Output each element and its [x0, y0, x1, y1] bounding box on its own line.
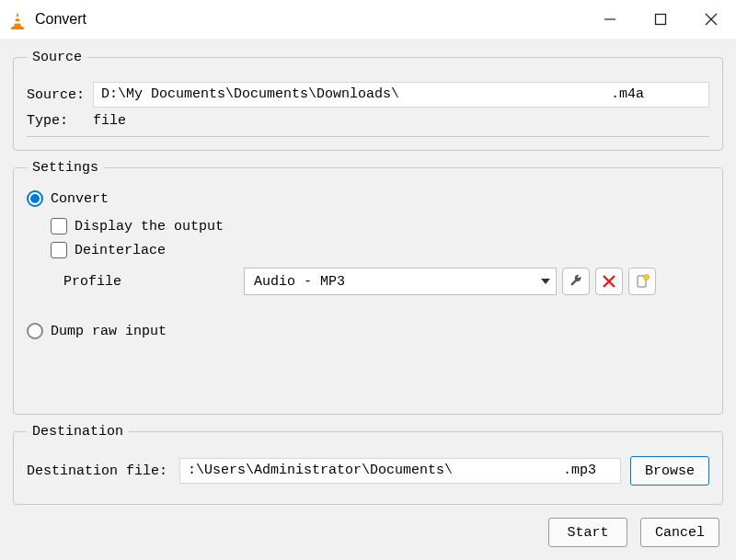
deinterlace-label: Deinterlace: [75, 243, 166, 258]
redacted-text: [453, 464, 563, 477]
destination-path-suffix: .mp3: [563, 459, 596, 483]
maximize-button[interactable]: [635, 0, 685, 39]
delete-profile-button[interactable]: [595, 268, 623, 295]
source-path-field[interactable]: D:\My Documents\Documents\Downloads\ .m4…: [93, 82, 709, 108]
checkbox-icon: [51, 242, 67, 258]
radio-icon: [27, 323, 43, 339]
dump-raw-label: Dump raw input: [51, 324, 167, 339]
display-output-checkbox[interactable]: Display the output: [51, 218, 709, 234]
settings-group: Settings Convert Display the output Dein…: [13, 160, 723, 415]
start-button-label: Start: [567, 525, 608, 541]
browse-button-label: Browse: [645, 463, 695, 479]
chevron-down-icon: [541, 279, 550, 284]
checkbox-icon: [51, 218, 67, 234]
settings-legend: Settings: [27, 160, 104, 176]
dump-raw-radio[interactable]: Dump raw input: [27, 323, 709, 339]
radio-icon: [27, 190, 43, 207]
vlc-cone-icon: [7, 9, 28, 29]
svg-marker-0: [14, 12, 21, 27]
cancel-button[interactable]: Cancel: [640, 518, 719, 547]
destination-file-field[interactable]: :\Users\Administrator\Documents\ .mp3: [179, 458, 621, 484]
source-path-suffix: .m4a: [611, 83, 644, 107]
browse-button[interactable]: Browse: [630, 456, 709, 486]
cancel-button-label: Cancel: [655, 525, 705, 541]
svg-marker-3: [11, 27, 25, 29]
title-bar: Convert: [0, 0, 736, 39]
x-icon: [603, 275, 615, 288]
svg-point-11: [644, 275, 650, 280]
minimize-button[interactable]: [584, 0, 635, 39]
redacted-text: [399, 88, 611, 101]
profile-value: Audio - MP3: [254, 274, 345, 290]
svg-rect-2: [15, 21, 21, 24]
destination-group: Destination Destination file: :\Users\Ad…: [13, 424, 723, 505]
svg-rect-1: [15, 17, 19, 18]
deinterlace-checkbox[interactable]: Deinterlace: [51, 242, 709, 258]
destination-legend: Destination: [27, 424, 129, 440]
destination-path-prefix: :\Users\Administrator\Documents\: [188, 459, 453, 483]
source-label: Source:: [27, 87, 93, 103]
profile-label: Profile: [27, 274, 244, 290]
wrench-icon: [569, 274, 583, 289]
display-output-label: Display the output: [75, 219, 224, 234]
profile-select[interactable]: Audio - MP3: [244, 268, 557, 295]
window-title: Convert: [35, 11, 584, 28]
new-file-icon: [635, 274, 650, 289]
source-group: Source Source: D:\My Documents\Documents…: [13, 50, 723, 151]
dialog-footer: Start Cancel: [13, 509, 723, 547]
window-controls: [584, 0, 736, 39]
svg-rect-5: [655, 15, 665, 25]
source-legend: Source: [27, 50, 87, 65]
type-label: Type:: [27, 113, 93, 129]
destination-label: Destination file:: [27, 463, 176, 479]
edit-profile-button[interactable]: [562, 268, 590, 295]
convert-radio-label: Convert: [51, 191, 109, 207]
divider: [27, 136, 709, 137]
convert-radio[interactable]: Convert: [27, 190, 709, 207]
start-button[interactable]: Start: [548, 518, 627, 547]
close-button[interactable]: [685, 0, 736, 39]
new-profile-button[interactable]: [628, 268, 656, 295]
source-path-prefix: D:\My Documents\Documents\Downloads\: [101, 83, 399, 107]
type-value: file: [93, 113, 126, 129]
